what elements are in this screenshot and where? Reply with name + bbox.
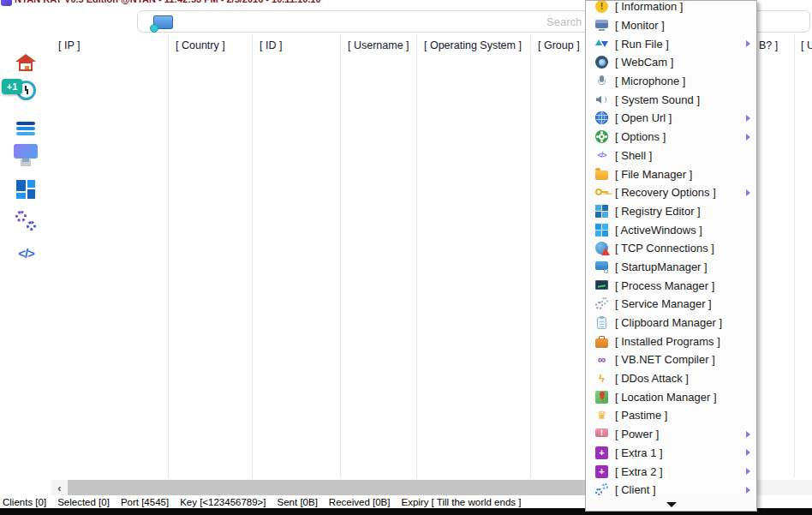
menu-item[interactable]: [ Installed Programs ] bbox=[586, 332, 756, 350]
menu-item[interactable]: [ Shell ] bbox=[586, 147, 756, 165]
submenu-arrow-icon bbox=[746, 487, 750, 494]
shell-icon bbox=[595, 149, 608, 162]
context-menu: [ Information ] [ Monitor ] [ Run File ] bbox=[585, 0, 757, 512]
extra-1-icon bbox=[595, 446, 608, 459]
menu-item[interactable]: [ Information ] bbox=[586, 0, 756, 16]
menu-item[interactable]: [ Client ] bbox=[586, 481, 756, 500]
search-monitor-icon bbox=[153, 15, 173, 29]
home-icon[interactable] bbox=[15, 53, 38, 76]
menu-item-label: [ Client ] bbox=[615, 483, 656, 496]
gears-icon[interactable] bbox=[15, 209, 38, 232]
status-segment: Port [4545] bbox=[121, 497, 169, 507]
menu-item[interactable]: [ Run File ] bbox=[586, 34, 756, 53]
status-segment: Selected [0] bbox=[57, 497, 110, 507]
monitor-icon bbox=[595, 19, 608, 32]
system-sound-icon bbox=[595, 93, 608, 106]
submenu-arrow-icon bbox=[746, 431, 750, 438]
menu-item[interactable]: [ System Sound ] bbox=[586, 90, 756, 109]
menu-item[interactable]: [ Service Manager ] bbox=[586, 295, 756, 314]
client-icon bbox=[595, 483, 608, 496]
menu-item-label: [ ActiveWindows ] bbox=[615, 224, 702, 237]
active-windows-icon bbox=[595, 224, 608, 237]
menu-item[interactable]: [ Options ] bbox=[586, 128, 756, 147]
tcp-connections-icon bbox=[595, 242, 608, 255]
vbnet-compiler-icon bbox=[595, 353, 608, 366]
options-icon bbox=[595, 130, 608, 143]
menu-scroll-down-icon[interactable] bbox=[587, 499, 755, 510]
submenu-arrow-icon bbox=[746, 449, 750, 456]
menu-item-label: [ StartupManager ] bbox=[615, 260, 708, 273]
menu-item[interactable]: [ Location Manager ] bbox=[586, 387, 756, 406]
recovery-options-icon bbox=[595, 186, 608, 199]
column-header-fragment[interactable]: [ U bbox=[801, 39, 812, 51]
menu-item-label: [ Pastime ] bbox=[615, 409, 667, 422]
menu-item[interactable]: [ StartupManager ] bbox=[586, 258, 756, 277]
menu-item-label: [ Installed Programs ] bbox=[615, 335, 720, 348]
menu-item[interactable]: [ Registry Editor ] bbox=[586, 202, 756, 221]
table-column[interactable]: [ Username ] bbox=[341, 34, 417, 478]
monitor-screen-icon[interactable] bbox=[15, 142, 38, 165]
column-header-label: [ IP ] bbox=[51, 34, 80, 51]
menu-item-label: [ File Manager ] bbox=[615, 168, 692, 181]
menu-item-label: [ Shell ] bbox=[615, 149, 652, 162]
submenu-arrow-icon bbox=[746, 468, 750, 475]
menu-item[interactable]: [ DDos Attack ] bbox=[586, 369, 756, 388]
menu-item[interactable]: [ File Manager ] bbox=[586, 165, 756, 183]
menu-item-label: [ Location Manager ] bbox=[615, 391, 717, 404]
menu-item-label: [ Run File ] bbox=[615, 38, 669, 51]
list-bars-icon[interactable] bbox=[15, 117, 38, 141]
hscrollbar-left-arrow[interactable]: ‹ bbox=[51, 480, 68, 495]
menu-item[interactable]: [ VB.NET Compiler ] bbox=[586, 350, 756, 369]
menu-item-label: [ DDos Attack ] bbox=[615, 372, 689, 385]
microphone-icon bbox=[595, 75, 608, 87]
webcam-icon bbox=[595, 56, 608, 69]
menu-item-label: [ Information ] bbox=[615, 0, 683, 13]
registry-editor-icon bbox=[595, 205, 608, 218]
menu-item[interactable]: [ WebCam ] bbox=[586, 53, 756, 72]
installed-programs-icon bbox=[595, 338, 608, 348]
submenu-arrow-icon bbox=[746, 40, 750, 47]
open-url-icon bbox=[595, 111, 608, 124]
menu-item[interactable]: [ Pastime ] bbox=[586, 406, 756, 425]
status-segment: Received [0B] bbox=[329, 497, 391, 507]
menu-item-label: [ TCP Connections ] bbox=[615, 242, 714, 255]
table-column[interactable]: [ Country ] bbox=[169, 34, 253, 478]
menu-item[interactable]: [ TCP Connections ] bbox=[586, 239, 756, 258]
power-icon bbox=[595, 428, 608, 440]
menu-item[interactable]: [ ActiveWindows ] bbox=[586, 220, 756, 239]
clipboard-manager-icon bbox=[597, 317, 606, 329]
status-segment: Key [<123456789>] bbox=[180, 497, 266, 507]
pastime-icon bbox=[595, 409, 608, 422]
menu-item[interactable]: [ Power ] bbox=[586, 425, 756, 444]
table-column[interactable]: [ Operating System ] bbox=[417, 34, 531, 478]
column-header-label: [ Country ] bbox=[169, 34, 225, 51]
submenu-arrow-icon bbox=[746, 134, 750, 141]
hscrollbar-thumb[interactable] bbox=[68, 480, 592, 495]
information-icon bbox=[595, 0, 608, 13]
context-menu-list: [ Information ] [ Monitor ] [ Run File ] bbox=[586, 0, 756, 500]
code-icon[interactable] bbox=[15, 242, 38, 265]
menu-item[interactable]: [ Monitor ] bbox=[586, 16, 756, 35]
column-header-label: [ Username ] bbox=[341, 34, 409, 51]
status-segment: Clients [0] bbox=[3, 497, 46, 507]
menu-item-label: [ VB.NET Compiler ] bbox=[615, 353, 715, 366]
menu-item[interactable]: [ Process Manager ] bbox=[586, 276, 756, 295]
menu-item-label: [ Monitor ] bbox=[615, 19, 665, 32]
menu-item[interactable]: [ Extra 2 ] bbox=[586, 462, 756, 481]
table-column[interactable]: [ ID ] bbox=[253, 34, 341, 478]
menu-item[interactable]: [ Recovery Options ] bbox=[586, 183, 756, 202]
table-column[interactable]: [ Group ] bbox=[531, 34, 591, 478]
location-manager-icon bbox=[595, 391, 608, 404]
menu-item-label: [ Clipboard Manager ] bbox=[615, 316, 722, 329]
dashboard-grid-icon[interactable] bbox=[15, 178, 38, 201]
menu-item[interactable]: [ Open Url ] bbox=[586, 109, 756, 128]
app-window: NYAN RAT V0.5 Edition @NYAN - 11:42:53 P… bbox=[0, 0, 812, 515]
menu-item[interactable]: [ Microphone ] bbox=[586, 72, 756, 91]
menu-item[interactable]: [ Extra 1 ] bbox=[586, 444, 756, 463]
column-header-fragment[interactable]: B? ] bbox=[759, 39, 778, 51]
menu-item-label: [ System Sound ] bbox=[615, 93, 700, 106]
table-column[interactable]: [ IP ] bbox=[51, 34, 169, 478]
ddos-attack-icon bbox=[595, 372, 608, 385]
menu-item[interactable]: [ Clipboard Manager ] bbox=[586, 314, 756, 332]
menu-item-label: [ Registry Editor ] bbox=[615, 205, 701, 218]
